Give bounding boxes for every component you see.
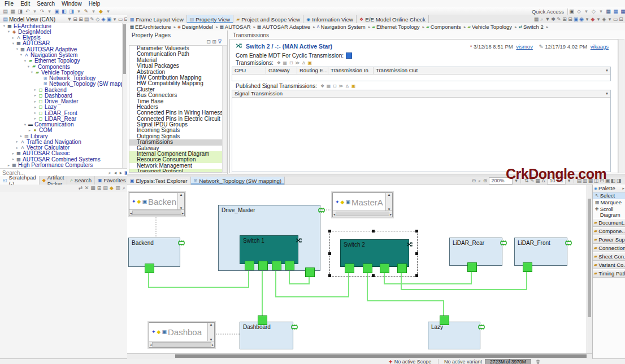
ethernet-port[interactable] (145, 264, 154, 273)
tree-expand-arrow[interactable]: ▸ (33, 116, 38, 121)
view-toolbar-icon[interactable]: ▼ (67, 16, 72, 23)
scratchpad-toolbar-icon[interactable]: ✕ (84, 185, 90, 191)
breadcrumb-item[interactable]: ▦ AUTOSAR ▸ (220, 24, 257, 30)
tree-expand-arrow[interactable]: ▸ (11, 157, 16, 161)
perspective-icon[interactable]: ▣ (568, 8, 575, 15)
menu-item[interactable]: File (1, 1, 17, 7)
tree-item[interactable]: ▾ ▰ Components (0, 64, 127, 69)
editor-toolbar-icon[interactable]: ⊟ (567, 16, 573, 23)
field-toolbar-icon[interactable]: ❖ (319, 83, 325, 89)
scratchpad-toolbar-icon[interactable]: ⇄ (77, 185, 84, 191)
view-toolbar-icon[interactable]: ▤ (84, 16, 89, 23)
breadcrumb-item[interactable]: ▰ Ethernet Topology ▸ (372, 24, 426, 30)
editor-toolbar-icon[interactable]: ⊡ (618, 16, 624, 23)
editor-toolbar-icon[interactable]: ✱ (550, 16, 556, 23)
tree-expand-arrow[interactable]: ▾ (2, 24, 7, 28)
toolbar-icon[interactable]: ◆ (97, 8, 105, 15)
palette-group[interactable]: ▰ Variant Co... (593, 261, 625, 269)
tree-expand-arrow[interactable]: ▾ (23, 122, 28, 127)
tree-item[interactable]: ⊞ Network_Topology (SW mapping) (0, 81, 127, 87)
view-toolbar-icon[interactable]: ⊟ (72, 16, 78, 23)
property-pages-icon[interactable]: ⊞ (211, 39, 217, 45)
canvas-hscrollbar[interactable] (127, 353, 592, 359)
editor-toolbar-icon[interactable]: ▼ (545, 16, 550, 23)
ethernet-port[interactable] (523, 262, 532, 272)
field-toolbar-icon[interactable]: Δ (301, 60, 307, 66)
property-pages-scrollbar[interactable] (222, 45, 227, 173)
tree-expand-arrow[interactable]: ▸ (15, 146, 20, 150)
table-dropdown-icon[interactable]: ▾ (604, 68, 610, 73)
tree-expand-arrow[interactable]: ▾ (26, 64, 31, 69)
ethernet-port[interactable] (245, 261, 254, 270)
published-table-body[interactable] (232, 98, 610, 172)
toolbar-icon[interactable]: ▦ (9, 8, 16, 15)
editor-toolbar-icon[interactable]: ⌕ (539, 16, 545, 23)
scratchpad-toolbar-icon[interactable]: ⊞ (96, 185, 102, 191)
tree-item[interactable]: ▸ ▦ High Performance Computers (0, 162, 127, 168)
diagram-canvas[interactable]: BackendDrive_MasterLiDAR_RearLiDAR_Front… (127, 185, 592, 359)
selection-handle[interactable] (328, 230, 331, 233)
details-scrollbar[interactable] (618, 39, 624, 173)
editor-toolbar-icon[interactable]: ✎ (556, 16, 562, 23)
tree-item[interactable]: ▸ ▦ AUTOSAR Combined Systems (0, 156, 127, 162)
diagram-toolbar-icon[interactable]: ◧ (610, 178, 616, 184)
toolbar-icon[interactable]: ▣ (53, 8, 60, 15)
diagram-tab[interactable]: ⊞ Network_Topology (SW mapping) (191, 177, 285, 185)
tree-expand-arrow[interactable]: ▸ (11, 151, 16, 156)
tree-expand-arrow[interactable]: ▾ (29, 70, 34, 74)
editor-toolbar-icon[interactable]: ▾ (584, 16, 590, 23)
ethernet-port[interactable] (467, 262, 477, 272)
editor-tab[interactable]: ❖ E/E Model Online Check (357, 15, 429, 23)
canvas-vscrollbar-thumb[interactable] (588, 199, 591, 317)
editor-tab[interactable]: ▤ Property View (187, 15, 233, 23)
tree-item[interactable]: ▸ ◻ Dashboard (0, 93, 127, 98)
palette-group[interactable]: ▰ Compone... (593, 227, 625, 235)
tree-item[interactable]: ▾ ▬ Communication (0, 122, 127, 128)
connection[interactable] (367, 271, 444, 317)
menu-item[interactable]: Help (85, 1, 104, 7)
ethernet-port[interactable] (272, 261, 281, 270)
tree-item[interactable]: ▸ ▥ Library (0, 133, 127, 139)
canvas-hscrollbar-thumb[interactable] (175, 354, 587, 358)
tree-item[interactable]: ▸ ● COM (0, 128, 127, 133)
breadcrumb-item[interactable]: Λ Navigation System ▸ (317, 24, 372, 30)
field-toolbar-icon[interactable]: ❖ (276, 60, 282, 66)
editor-toolbar-icon[interactable]: ▾ (596, 16, 601, 23)
toolbar-icon[interactable]: ◧ (60, 8, 68, 15)
garbage-collect-button[interactable] (536, 359, 540, 364)
tree-item[interactable]: ▸ ◻ Drive_Master (0, 98, 127, 104)
editor-toolbar-icon[interactable]: ◉ (579, 16, 584, 23)
tree-item[interactable]: ▾ ▦ EEArchitecture (0, 23, 127, 29)
ethernet-port[interactable] (380, 264, 389, 273)
tree-expand-arrow[interactable]: ▾ (15, 47, 20, 51)
tree-expand-arrow[interactable]: ▸ (33, 105, 38, 109)
scratchpad-toolbar-icon[interactable]: ▦ (90, 185, 96, 191)
search-icon[interactable]: ◂ (112, 170, 118, 176)
palette-tool[interactable]: ▦ Marquee (593, 199, 625, 206)
perspective-icon[interactable]: ◇ (575, 8, 583, 15)
tree-expand-arrow[interactable]: ▾ (6, 29, 11, 34)
ethernet-port[interactable] (345, 264, 354, 273)
menu-item[interactable]: Edit (17, 1, 33, 7)
column-header[interactable]: Routing E... (297, 67, 328, 74)
view-toolbar-icon[interactable]: ▭ (118, 16, 123, 23)
property-pages-icon[interactable]: ⊟ (206, 39, 211, 45)
field-toolbar-icon[interactable]: ≫ (294, 60, 301, 66)
com-enable-checkbox[interactable] (346, 52, 352, 59)
diagram-node-dashboard[interactable]: Dashboard (240, 322, 293, 349)
editor-tab[interactable]: ▰ Project and Scope View (233, 15, 303, 23)
column-header[interactable]: Gateway (266, 67, 297, 74)
toolbar-icon[interactable]: ▾ (31, 8, 38, 15)
selection-handle[interactable] (328, 252, 331, 255)
diagram-node-lidar-front[interactable]: LiDAR_Front (514, 238, 567, 266)
breadcrumb-item[interactable]: ◈ DesignModel ▸ (177, 24, 220, 30)
property-pages-icon[interactable]: ∇ (217, 39, 223, 45)
perspective-icon[interactable]: ◇ (590, 8, 597, 15)
tree-item[interactable]: ▸ ◻ LiDAR_Rear (0, 116, 127, 121)
tree-item[interactable]: ▸ Λ Vector Calculator (0, 145, 127, 151)
perspective-icon[interactable]: ▦ (605, 8, 612, 15)
breadcrumb-item[interactable]: ▦ AUTOSAR Adaptive ▸ (257, 24, 316, 30)
palette-group[interactable]: ▰ Power Sup... (593, 235, 625, 244)
field-toolbar-icon[interactable]: ▦ (325, 83, 332, 89)
selection-handle[interactable] (415, 252, 418, 255)
